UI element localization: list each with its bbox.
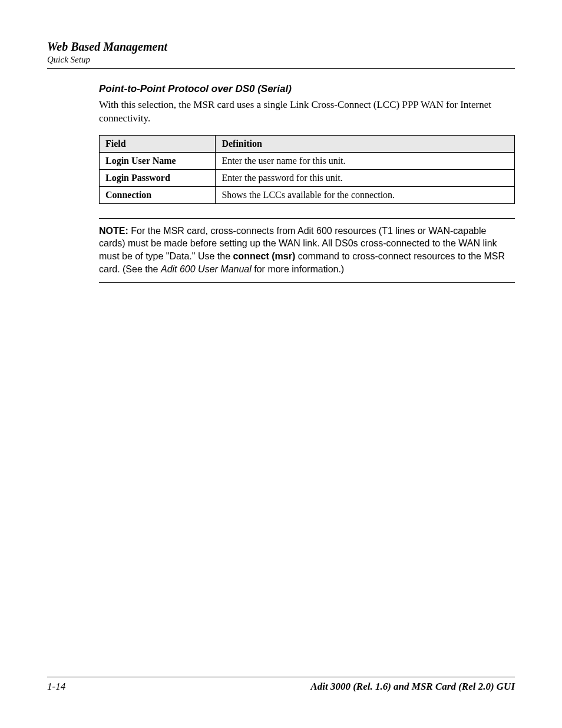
footer-rule bbox=[47, 677, 515, 677]
footer-page-number: 1-14 bbox=[47, 681, 65, 693]
note-command: connect (msr) bbox=[233, 251, 295, 261]
section-intro: With this selection, the MSR card uses a… bbox=[99, 98, 515, 126]
page: Web Based Management Quick Setup Point-t… bbox=[0, 0, 562, 728]
table-header-definition: Definition bbox=[216, 135, 515, 152]
header-title: Web Based Management bbox=[47, 40, 515, 54]
table-cell-definition: Enter the user name for this unit. bbox=[216, 152, 515, 169]
table-row: Connection Shows the LCCs available for … bbox=[100, 186, 515, 203]
field-definition-table: Field Definition Login User Name Enter t… bbox=[99, 135, 515, 204]
table-cell-field: Connection bbox=[100, 186, 216, 203]
section-heading: Point-to-Point Protocol over DS0 (Serial… bbox=[99, 83, 515, 95]
note-block: NOTE: For the MSR card, cross-connects f… bbox=[99, 218, 515, 283]
note-text-c: for more information.) bbox=[252, 264, 344, 274]
page-footer: 1-14 Adit 3000 (Rel. 1.6) and MSR Card (… bbox=[47, 677, 515, 693]
table-row: Login User Name Enter the user name for … bbox=[100, 152, 515, 169]
footer-doc-title: Adit 3000 (Rel. 1.6) and MSR Card (Rel 2… bbox=[310, 681, 515, 693]
table-row: Login Password Enter the password for th… bbox=[100, 169, 515, 186]
header-subtitle: Quick Setup bbox=[47, 55, 515, 65]
note-manual-ref: Adit 600 User Manual bbox=[161, 264, 252, 274]
table-header-row: Field Definition bbox=[100, 135, 515, 152]
note-label: NOTE: bbox=[99, 226, 128, 236]
footer-row: 1-14 Adit 3000 (Rel. 1.6) and MSR Card (… bbox=[47, 681, 515, 693]
content-block: Point-to-Point Protocol over DS0 (Serial… bbox=[99, 83, 515, 204]
header-rule bbox=[47, 68, 515, 69]
table-header-field: Field bbox=[100, 135, 216, 152]
table-cell-definition: Shows the LCCs available for the connect… bbox=[216, 186, 515, 203]
table-cell-field: Login User Name bbox=[100, 152, 216, 169]
table-cell-field: Login Password bbox=[100, 169, 216, 186]
table-cell-definition: Enter the password for this unit. bbox=[216, 169, 515, 186]
page-header: Web Based Management Quick Setup bbox=[47, 40, 515, 69]
